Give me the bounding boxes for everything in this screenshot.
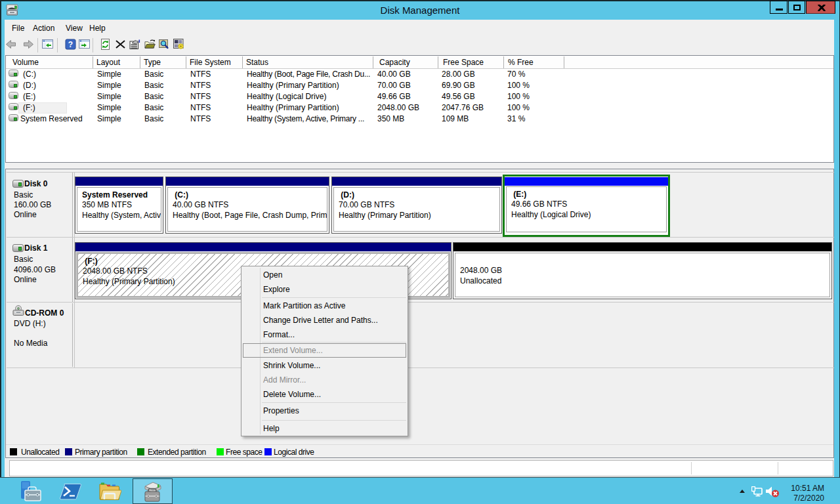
svg-text:?: ? [68, 40, 73, 49]
